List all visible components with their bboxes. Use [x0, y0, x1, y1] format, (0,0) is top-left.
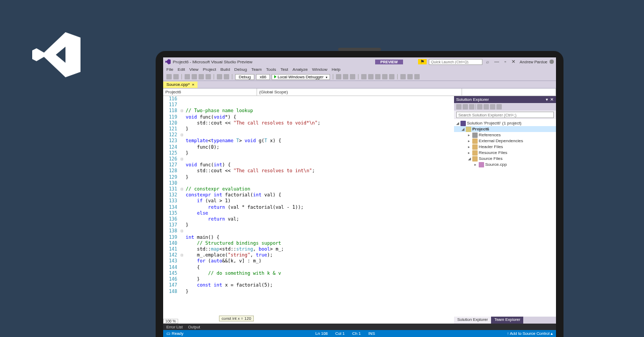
status-ready: ▭ Ready	[166, 331, 184, 336]
ide-window: Project6 - Microsoft Visual Studio Previ…	[163, 57, 556, 337]
notifications-flag-icon[interactable]: ⚑	[418, 59, 427, 64]
menu-project[interactable]: Project	[203, 67, 216, 72]
status-line: Ln 108	[316, 331, 328, 336]
save-icon[interactable]	[199, 74, 204, 79]
status-ch: Ch 1	[352, 331, 361, 336]
window-title: Project6 - Microsoft Visual Studio Previ…	[173, 60, 252, 64]
document-tab-source[interactable]: Source.cpp*×	[163, 82, 197, 88]
code-editor[interactable]: 1161171181191201211221231241251261271281…	[163, 96, 454, 324]
maximize-button[interactable]: ▫	[503, 59, 508, 64]
status-ins: INS	[368, 331, 375, 336]
solution-search-input[interactable]	[456, 112, 554, 118]
open-icon[interactable]	[192, 74, 197, 79]
undo-icon[interactable]	[217, 74, 222, 79]
navigation-bar: Project6 (Global Scope)	[163, 89, 556, 96]
add-to-source-control-button[interactable]: ↑ Add to Source Control ▴	[507, 331, 553, 336]
signed-in-user[interactable]: Andrew Pardoe	[519, 60, 547, 64]
status-col: Col 1	[335, 331, 345, 336]
tree-resource-files: ▸Resource Files	[454, 150, 556, 156]
zoom-level[interactable]: 100 %	[163, 319, 178, 324]
nav-back-icon[interactable]	[166, 74, 172, 79]
preview-badge: PREVIEW	[375, 60, 403, 64]
menu-build[interactable]: Build	[221, 67, 230, 72]
new-project-icon[interactable]	[185, 74, 190, 79]
vs-app-icon	[165, 59, 171, 64]
toolbar-icon[interactable]	[343, 74, 348, 79]
visual-studio-logo-icon	[32, 28, 86, 82]
hover-tooltip: const int x = 120	[219, 316, 254, 321]
close-tab-icon[interactable]: ×	[192, 82, 195, 87]
tree-header-files: ▸Header Files	[454, 144, 556, 150]
solution-explorer-title: Solution Explorer	[456, 97, 489, 102]
menu-team[interactable]: Team	[251, 67, 262, 72]
search-icon[interactable]: ⌕	[485, 59, 491, 64]
toolbar-icon[interactable]	[382, 74, 387, 79]
refresh-icon[interactable]	[469, 104, 474, 109]
close-button[interactable]: ✕	[510, 59, 517, 64]
platform-select[interactable]: x86	[256, 74, 270, 80]
bottom-panel-tabs: Error List Output	[163, 324, 556, 330]
window-titlebar: Project6 - Microsoft Visual Studio Previ…	[163, 57, 556, 66]
tree-references: ▸References	[454, 132, 556, 138]
tree-source-files: ◢Source Files	[454, 156, 556, 162]
tab-team-explorer[interactable]: Team Explorer	[491, 317, 523, 324]
tab-solution-explorer[interactable]: Solution Explorer	[454, 317, 491, 324]
tab-output[interactable]: Output	[188, 325, 200, 329]
config-select[interactable]: Debug	[235, 74, 254, 80]
close-panel-icon[interactable]: ✕	[550, 97, 554, 102]
document-tab-strip: Source.cpp*×	[163, 81, 556, 89]
save-all-icon[interactable]	[206, 74, 211, 79]
quick-launch-input[interactable]	[429, 59, 482, 65]
line-numbers: 1161171181191201211221231241251261271281…	[163, 96, 179, 324]
main-toolbar: Debug x86 Local Windows Debugger▾	[163, 73, 556, 81]
tab-error-list[interactable]: Error List	[166, 325, 182, 329]
menu-help[interactable]: Help	[332, 67, 340, 72]
tree-project: ◢Project6	[454, 126, 556, 132]
toolbar-icon[interactable]	[336, 74, 341, 79]
tree-external-deps: ▸External Dependencies	[454, 138, 556, 144]
toolbar-icon[interactable]	[375, 74, 380, 79]
member-scope-select[interactable]	[462, 89, 556, 96]
show-all-icon[interactable]	[484, 104, 489, 109]
menu-analyze[interactable]: Analyze	[292, 67, 308, 72]
pin-icon[interactable]: ▾	[546, 97, 548, 102]
project-scope-select[interactable]: Project6	[163, 89, 257, 96]
toolbar-icon[interactable]	[350, 74, 355, 79]
toolbar-icon[interactable]	[400, 74, 406, 79]
menu-tools[interactable]: Tools	[266, 67, 276, 72]
avatar[interactable]	[550, 60, 554, 64]
toolbar-icon[interactable]	[414, 74, 420, 79]
solution-explorer: Solution Explorer ▾✕	[454, 96, 556, 324]
menu-window[interactable]: Window	[312, 67, 327, 72]
nav-fwd-icon[interactable]	[173, 74, 179, 79]
preview-icon[interactable]	[496, 104, 502, 109]
fold-gutter[interactable]: ⊟ ⊟ ⊟ ⊟ ⊟ ⊟	[179, 96, 185, 324]
menu-bar: File Edit View Project Build Debug Team …	[163, 66, 556, 73]
tree-file-source: ▸Source.cpp	[454, 162, 556, 167]
toolbar-icon[interactable]	[389, 74, 394, 79]
properties-icon[interactable]	[490, 104, 495, 109]
laptop-mockup: Project6 - Microsoft Visual Studio Previ…	[156, 51, 564, 337]
menu-view[interactable]: View	[189, 67, 199, 72]
menu-file[interactable]: File	[166, 67, 173, 72]
collapse-icon[interactable]	[477, 104, 482, 109]
global-scope-select[interactable]: (Global Scope)	[257, 89, 462, 96]
minimize-button[interactable]: —	[493, 59, 501, 64]
home-icon[interactable]	[456, 104, 462, 109]
status-bar: ▭ Ready Ln 108 Col 1 Ch 1 INS ↑ Add to S…	[163, 330, 556, 337]
panel-bottom-tabs: Solution Explorer Team Explorer	[454, 317, 556, 324]
sync-icon[interactable]	[463, 104, 468, 109]
menu-debug[interactable]: Debug	[235, 67, 247, 72]
toolbar-icon[interactable]	[368, 74, 374, 79]
start-debug-button[interactable]: Local Windows Debugger▾	[272, 74, 330, 80]
toolbar-icon[interactable]	[361, 74, 367, 79]
code-area[interactable]: // Two-phase name lookup void func(void*…	[185, 96, 454, 324]
solution-tree[interactable]: ◢Solution 'Project6' (1 project) ◢Projec…	[454, 119, 556, 317]
tree-solution-root: ◢Solution 'Project6' (1 project)	[454, 120, 556, 126]
redo-icon[interactable]	[224, 74, 229, 79]
menu-test[interactable]: Test	[280, 67, 288, 72]
menu-edit[interactable]: Edit	[178, 67, 185, 72]
toolbar-icon[interactable]	[407, 74, 413, 79]
